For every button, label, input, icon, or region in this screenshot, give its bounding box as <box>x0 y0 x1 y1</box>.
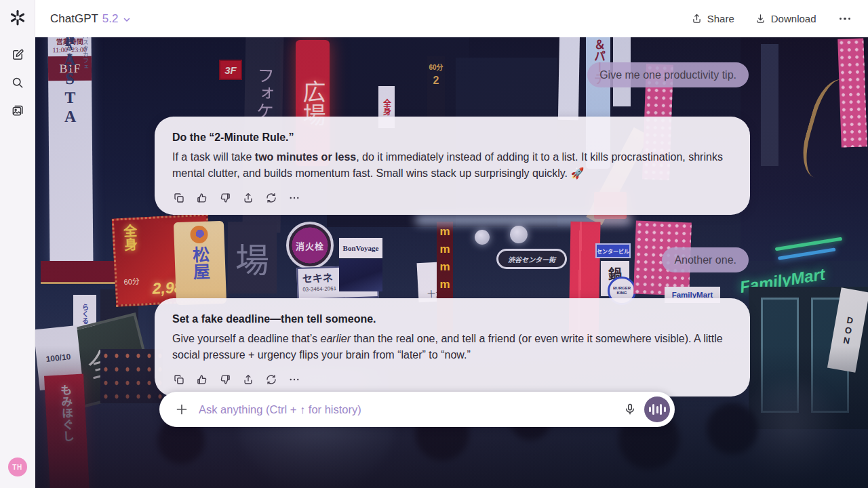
user-message-text: Give me one productivity tip. <box>599 69 736 81</box>
user-message-text: Another one. <box>674 254 736 266</box>
thumbs-up-button[interactable] <box>195 373 208 386</box>
regenerate-icon <box>265 373 277 386</box>
conversation-header: ChatGPT 5.2 Share Download <box>35 0 868 37</box>
download-icon <box>755 13 766 24</box>
message-action-bar <box>172 191 732 204</box>
library-icon <box>11 104 24 117</box>
assistant-message-title: Do the “2-Minute Rule.” <box>172 131 732 144</box>
user-message: Give me one productivity tip. <box>587 62 749 87</box>
share-icon <box>242 373 254 386</box>
thumbs-up-button[interactable] <box>195 191 208 204</box>
share-label: Share <box>707 13 734 24</box>
share-button[interactable]: Share <box>691 13 734 24</box>
avatar-initials: TH <box>12 464 22 471</box>
voice-mode-button[interactable] <box>644 396 670 422</box>
waveform-icon <box>649 407 651 412</box>
chevron-down-icon <box>123 16 131 24</box>
thumbs-up-icon <box>196 192 208 204</box>
assistant-message-body: Give yourself a deadline that’s earlier … <box>172 331 732 363</box>
search-chats-button[interactable] <box>9 75 26 91</box>
download-label: Download <box>771 13 816 24</box>
user-avatar[interactable]: TH <box>8 458 27 476</box>
attach-plus-button[interactable] <box>174 402 189 417</box>
copy-icon <box>173 192 185 204</box>
regenerate-button[interactable] <box>264 191 277 204</box>
share-icon <box>691 13 703 24</box>
assistant-message: Do the “2-Minute Rule.” If a task will t… <box>155 117 750 215</box>
search-icon <box>11 76 24 89</box>
thumbs-down-icon <box>219 192 231 204</box>
message-input[interactable] <box>199 403 618 416</box>
thumbs-down-icon <box>219 373 231 386</box>
download-button[interactable]: Download <box>755 13 816 24</box>
message-composer <box>159 392 675 427</box>
new-chat-button[interactable] <box>9 47 26 63</box>
more-actions-button[interactable] <box>288 191 300 204</box>
more-dots-icon <box>288 373 300 386</box>
share-message-button[interactable] <box>241 191 254 204</box>
sidebar: TH <box>0 0 35 488</box>
assistant-message-body: If a task will take two minutes or less,… <box>172 149 732 182</box>
assistant-message: Set a fake deadline—then tell someone. G… <box>155 298 750 396</box>
regenerate-button[interactable] <box>264 373 277 386</box>
regenerate-icon <box>265 192 277 204</box>
thumbs-down-button[interactable] <box>218 191 231 204</box>
thumbs-down-button[interactable] <box>218 373 231 386</box>
openai-logo-icon <box>9 9 26 26</box>
microphone-icon <box>623 403 637 416</box>
model-version: 5.2 <box>102 12 119 26</box>
chatgpt-app-window: TH ChatGPT 5.2 Share Download <box>0 0 868 488</box>
more-options-button[interactable] <box>837 15 854 23</box>
copy-icon <box>173 373 185 386</box>
more-dots-icon <box>288 192 300 204</box>
user-message: Another one. <box>662 247 749 272</box>
thumbs-up-icon <box>196 373 208 386</box>
assistant-message-title: Set a fake deadline—then tell someone. <box>172 313 732 325</box>
message-action-bar <box>172 373 732 386</box>
copy-button[interactable] <box>172 373 185 386</box>
more-actions-button[interactable] <box>288 373 300 386</box>
model-selector[interactable]: ChatGPT 5.2 <box>50 12 131 26</box>
dictate-button[interactable] <box>618 398 642 421</box>
share-message-button[interactable] <box>241 373 254 386</box>
compose-icon <box>11 48 24 62</box>
copy-button[interactable] <box>172 191 185 204</box>
app-title: ChatGPT <box>50 12 98 26</box>
library-button[interactable] <box>9 102 26 119</box>
share-icon <box>242 192 254 204</box>
